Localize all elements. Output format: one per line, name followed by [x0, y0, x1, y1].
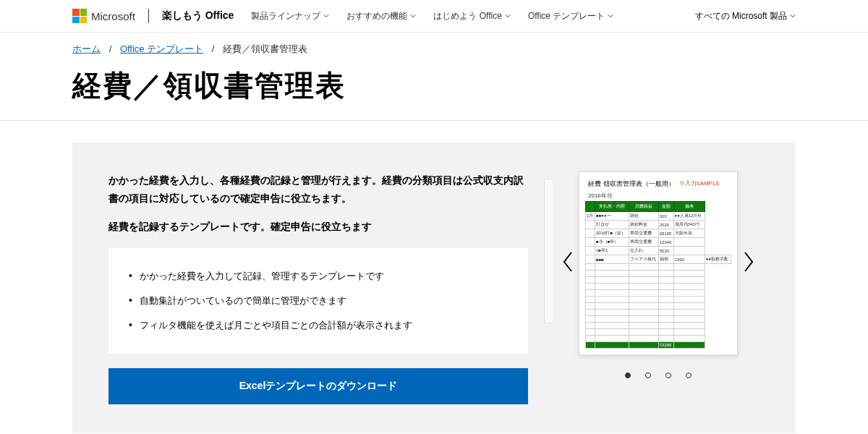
carousel-dot[interactable] — [625, 373, 631, 378]
carousel-prev-button[interactable] — [557, 247, 579, 280]
breadcrumb-separator: / — [109, 43, 112, 54]
template-preview-image[interactable]: 経費 領収書管理表（一般用） ※入力SAMPLE 2016年分 支払先・内容 消… — [579, 171, 738, 355]
feature-item: かかった経費を入力して記録、管理するテンプレートです — [129, 264, 508, 289]
nav-item-templates[interactable]: Office テンプレート — [528, 10, 613, 22]
page-title: 経費／領収書管理表 — [72, 66, 796, 106]
site-header: Microsoft 楽しもう Office 製品ラインナップ おすすめの機能 は… — [0, 0, 868, 33]
nav-item-products[interactable]: 製品ラインナップ — [251, 10, 329, 22]
template-detail-panel: かかった経費を入力し、各種経費の記録と管理が行えます。経費の分類項目は公式収支内… — [72, 142, 796, 433]
chevron-down-icon — [323, 13, 329, 19]
preview-carousel: 経費 領収書管理表（一般用） ※入力SAMPLE 2016年分 支払先・内容 消… — [557, 171, 760, 355]
chevron-down-icon — [608, 13, 613, 19]
preview-sample-mark: ※入力SAMPLE — [679, 179, 720, 189]
preview-title: 経費 領収書管理表（一般用） — [588, 179, 675, 189]
microsoft-logo-text: Microsoft — [91, 10, 135, 22]
chevron-down-icon — [410, 13, 416, 19]
chevron-left-icon — [561, 251, 574, 273]
carousel-next-button[interactable] — [738, 247, 760, 280]
breadcrumb-templates[interactable]: Office テンプレート — [120, 43, 203, 54]
feature-item: 自動集計がついているので簡単に管理ができます — [129, 289, 508, 313]
download-button[interactable]: Excelテンプレートのダウンロード — [109, 368, 528, 404]
carousel-dots — [557, 373, 760, 378]
site-title[interactable]: 楽しもう Office — [162, 9, 234, 22]
carousel-dot[interactable] — [686, 373, 692, 378]
primary-nav: 製品ラインナップ おすすめの機能 はじめよう Office Office テンプ… — [251, 10, 613, 22]
breadcrumb-separator: / — [212, 43, 215, 54]
description-sub: 経費を記録するテンプレートです。確定申告に役立ちます — [109, 221, 528, 234]
description-main: かかった経費を入力し、各種経費の記録と管理が行えます。経費の分類項目は公式収支内… — [109, 171, 528, 208]
carousel-prev-peek — [544, 179, 553, 323]
chevron-down-icon — [790, 13, 796, 19]
nav-all-products[interactable]: すべての Microsoft 製品 — [695, 10, 796, 22]
breadcrumb-current: 経費／領収書管理表 — [223, 43, 307, 54]
preview-spreadsheet: 支払先・内容 消費税目 金額 備考 1月■■●●一雑給320●●人員12月分打合… — [585, 201, 731, 349]
header-divider — [148, 9, 149, 23]
microsoft-logo-icon — [72, 9, 87, 23]
microsoft-logo[interactable]: Microsoft — [72, 9, 135, 23]
preview-year: 2016年分 — [588, 192, 728, 200]
feature-list-card: かかった経費を入力して記録、管理するテンプレートです 自動集計がついているので簡… — [109, 248, 528, 354]
nav-item-features[interactable]: おすすめの機能 — [346, 10, 416, 22]
breadcrumb-home[interactable]: ホーム — [72, 43, 101, 54]
chevron-right-icon — [742, 251, 755, 273]
carousel-dot[interactable] — [665, 373, 671, 378]
chevron-down-icon — [505, 13, 511, 19]
nav-item-getstarted[interactable]: はじめよう Office — [433, 10, 510, 22]
feature-item: フィルタ機能を使えば月ごとや項目ごとの合計額が表示されます — [129, 313, 508, 338]
carousel-dot[interactable] — [645, 373, 651, 378]
breadcrumb: ホーム / Office テンプレート / 経費／領収書管理表 — [0, 33, 868, 66]
